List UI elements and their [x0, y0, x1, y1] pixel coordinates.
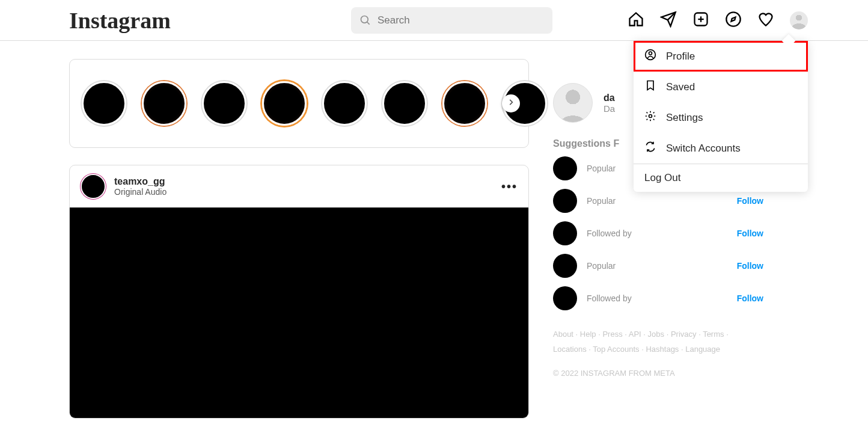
current-user-text: da Da [604, 93, 615, 114]
dropdown-logout[interactable]: Log Out [634, 164, 808, 192]
dropdown-saved[interactable]: Saved [634, 72, 808, 102]
svg-point-6 [726, 12, 740, 26]
suggestion-meta: Popular [587, 164, 616, 173]
search-container [351, 7, 552, 34]
footer-link[interactable]: Help [580, 330, 596, 339]
suggestion-avatar[interactable] [553, 286, 577, 310]
story-item[interactable] [442, 81, 487, 126]
footer-link[interactable]: About [553, 330, 573, 339]
search-input[interactable] [351, 7, 552, 34]
dropdown-profile-label: Profile [666, 51, 695, 63]
dropdown-settings[interactable]: Settings [634, 102, 808, 133]
story-item[interactable] [142, 81, 186, 126]
follow-button[interactable]: Follow [737, 293, 763, 303]
suggestion-avatar[interactable] [553, 221, 577, 245]
feed-column: teamxo_gg Original Audio ••• [69, 59, 529, 419]
svg-line-1 [367, 22, 369, 24]
story-item[interactable] [202, 81, 246, 126]
copyright: © 2022 INSTAGRAM FROM META [553, 369, 775, 378]
footer-link[interactable]: Privacy [671, 330, 697, 339]
search-icon [359, 14, 371, 29]
post-header: teamxo_gg Original Audio ••• [70, 165, 528, 207]
post-more-button[interactable]: ••• [501, 180, 518, 194]
feed-post: teamxo_gg Original Audio ••• [69, 165, 529, 419]
dropdown-saved-label: Saved [666, 81, 695, 93]
suggestion-avatar[interactable] [553, 189, 577, 213]
messages-icon[interactable] [660, 11, 677, 30]
suggestion-avatar[interactable] [553, 156, 577, 180]
suggestion-meta: Followed by [587, 229, 632, 238]
profile-dropdown: Profile Saved Settings Switch Accounts L… [634, 41, 808, 192]
profile-avatar-nav[interactable] [790, 11, 808, 29]
stories-tray [69, 59, 529, 148]
story-item[interactable] [382, 81, 427, 126]
suggestion-item: Popular Follow [553, 254, 775, 278]
dropdown-switch[interactable]: Switch Accounts [634, 133, 808, 164]
current-user-display: Da [604, 103, 615, 114]
suggestion-meta: Popular [587, 196, 616, 206]
post-username[interactable]: teamxo_gg [114, 176, 167, 187]
dropdown-logout-label: Log Out [644, 172, 681, 184]
chevron-right-icon [507, 98, 515, 109]
post-author-block: teamxo_gg Original Audio [114, 176, 167, 197]
activity-icon[interactable] [757, 11, 774, 30]
suggestion-meta: Followed by [587, 293, 632, 303]
dropdown-switch-label: Switch Accounts [666, 143, 741, 155]
footer-link[interactable]: Language [685, 345, 720, 354]
suggestion-meta: Popular [587, 261, 616, 271]
post-media[interactable] [70, 207, 528, 418]
profile-icon [644, 49, 656, 64]
new-post-icon[interactable] [692, 11, 709, 30]
footer-link[interactable]: API [629, 330, 641, 339]
suggestion-item: Followed by Follow [553, 286, 775, 310]
gear-icon [644, 110, 656, 125]
nav-icons [628, 11, 808, 30]
current-user-avatar[interactable] [553, 83, 593, 123]
svg-marker-7 [732, 17, 736, 21]
explore-icon[interactable] [725, 11, 742, 30]
svg-point-9 [649, 52, 652, 55]
suggestion-item: Popular Follow [553, 189, 775, 213]
footer-link[interactable]: Locations [553, 345, 587, 354]
footer-link[interactable]: Hashtags [646, 345, 679, 354]
footer-link[interactable]: Jobs [648, 330, 664, 339]
switch-icon [644, 141, 656, 156]
follow-button[interactable]: Follow [737, 229, 763, 238]
follow-button[interactable]: Follow [737, 261, 763, 271]
current-user-username[interactable]: da [604, 93, 615, 103]
story-item[interactable] [322, 81, 367, 126]
suggestion-avatar[interactable] [553, 254, 577, 278]
suggestion-item: Followed by Follow [553, 221, 775, 245]
dropdown-settings-label: Settings [666, 112, 703, 124]
footer-link[interactable]: Press [602, 330, 622, 339]
svg-point-0 [361, 16, 368, 23]
svg-point-10 [649, 115, 652, 118]
footer-link[interactable]: Terms [703, 330, 724, 339]
dropdown-profile[interactable]: Profile [634, 41, 808, 72]
follow-button[interactable]: Follow [737, 196, 763, 206]
bookmark-icon [644, 79, 656, 94]
post-audio-label[interactable]: Original Audio [114, 187, 167, 197]
top-nav: Instagram Profile Saved Settings Switch … [0, 0, 868, 41]
instagram-logo[interactable]: Instagram [69, 7, 171, 34]
footer-link[interactable]: Top Accounts [593, 345, 639, 354]
story-item[interactable] [262, 81, 307, 126]
footer-links: About · Help · Press · API · Jobs · Priv… [553, 327, 775, 357]
home-icon[interactable] [628, 11, 644, 30]
stories-next-button[interactable] [502, 94, 520, 112]
post-author-avatar[interactable] [81, 174, 106, 199]
story-item[interactable] [82, 81, 126, 126]
